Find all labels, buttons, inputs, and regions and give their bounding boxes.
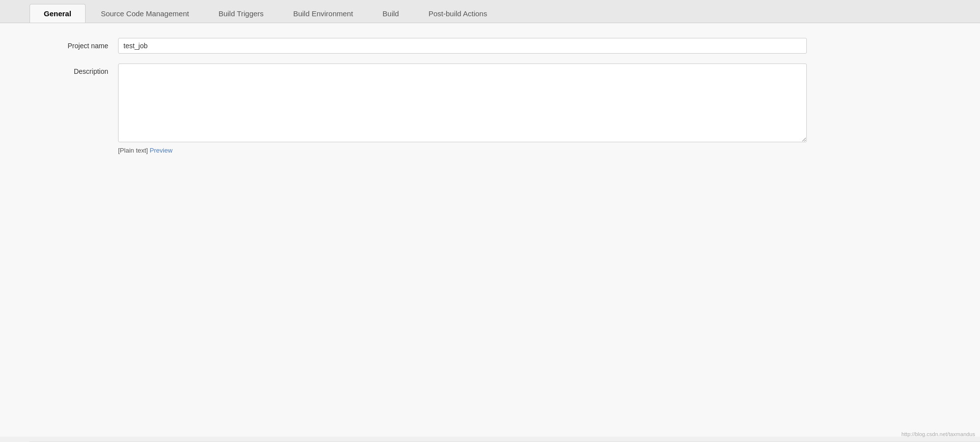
plain-preview-row: [Plain text] Preview xyxy=(118,147,807,154)
project-name-input[interactable] xyxy=(118,38,807,54)
project-name-control-wrap xyxy=(118,38,807,54)
tab-general[interactable]: General xyxy=(30,4,86,23)
description-row: Description [Plain text] Preview xyxy=(30,63,950,154)
description-control-wrap: [Plain text] Preview xyxy=(118,63,807,154)
project-name-label: Project name xyxy=(30,38,118,50)
plain-text-label: [Plain text] xyxy=(118,147,148,154)
page-wrapper: GeneralSource Code ManagementBuild Trigg… xyxy=(0,0,980,442)
watermark-text: http://blog.csdn.net/taxmandus xyxy=(901,431,975,437)
content-area: Project name Description [Plain text] Pr… xyxy=(0,23,980,437)
tab-bar: GeneralSource Code ManagementBuild Trigg… xyxy=(0,0,980,23)
tab-build-triggers[interactable]: Build Triggers xyxy=(204,4,278,23)
tab-source-code-management[interactable]: Source Code Management xyxy=(87,4,203,23)
preview-link[interactable]: Preview xyxy=(150,147,172,154)
tab-build-environment[interactable]: Build Environment xyxy=(279,4,368,23)
tab-build[interactable]: Build xyxy=(368,4,413,23)
project-name-row: Project name xyxy=(30,38,950,54)
description-textarea[interactable] xyxy=(118,63,807,142)
description-label: Description xyxy=(30,63,118,75)
tab-post-build-actions[interactable]: Post-build Actions xyxy=(414,4,501,23)
